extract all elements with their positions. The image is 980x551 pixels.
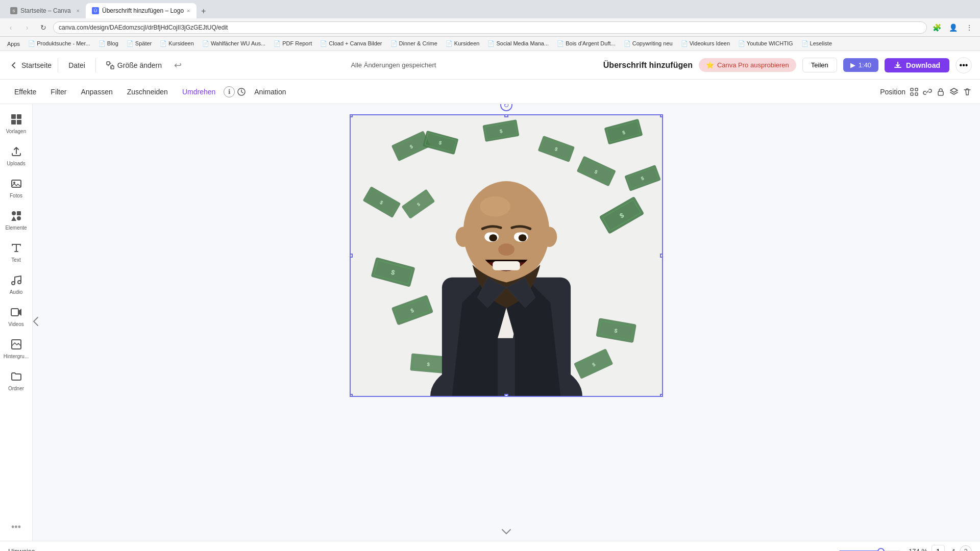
nav-bar: ‹ › ↻ canva.com/design/DAEdomzscjl/drBfj… (0, 18, 980, 37)
sidebar-item-videos[interactable]: Videos (2, 301, 31, 331)
info-button[interactable]: ℹ (224, 86, 235, 97)
profile-button[interactable]: 👤 (946, 21, 960, 34)
canva-pro-button[interactable]: ⭐ Canva Pro ausprobieren (699, 58, 796, 72)
download-button[interactable]: Download (885, 58, 949, 72)
bookmark-copy[interactable]: 📄 Copywriting neu (621, 39, 676, 48)
more-options-button[interactable]: ••• (955, 57, 972, 73)
bookmark-cload[interactable]: 📄 Cload + Canva Bilder (317, 39, 385, 48)
zuschneiden-button[interactable]: Zuschneiden (121, 85, 174, 99)
handle-bottom-right[interactable] (660, 394, 663, 397)
rotate-icon: ↻ (503, 104, 509, 109)
bookmark-kursideen2[interactable]: 📄 Kursideen (443, 39, 483, 48)
svg-point-79 (519, 234, 527, 241)
sidebar-item-fotos[interactable]: Fotos (2, 172, 31, 203)
handle-bottom-left[interactable] (350, 394, 353, 397)
undo-button[interactable]: ↩ (172, 58, 184, 73)
sidebar-item-uploads-label: Uploads (7, 161, 26, 166)
share-button[interactable]: Teilen (802, 58, 837, 72)
sidebar-item-uploads[interactable]: Uploads (2, 140, 31, 170)
resize-button[interactable]: Größe ändern (102, 59, 166, 71)
handle-top-right[interactable] (660, 114, 663, 117)
sidebar-item-vorlagen[interactable]: Vorlagen (2, 108, 31, 138)
bookmark-wahlfaecher[interactable]: 📄 Wahlfächer WU Aus... (199, 39, 268, 48)
bookmark-blog[interactable]: 📄 Blog (95, 39, 121, 48)
effekte-button[interactable]: Effekte (8, 85, 42, 99)
bookmark-videokurs[interactable]: 📄 Videokurs Ideen (678, 39, 733, 48)
svg-rect-0 (107, 62, 110, 65)
bookmark-dinner[interactable]: 📄 Dinner & Crime (387, 39, 440, 48)
sidebar-item-audio[interactable]: Audio (2, 269, 31, 299)
sidebar-item-text[interactable]: Text (2, 237, 31, 267)
refresh-button[interactable]: ↻ (37, 21, 50, 34)
canvas-frame[interactable]: $ $ $ (350, 114, 663, 397)
bookmark-apps[interactable]: Apps (4, 40, 23, 48)
svg-point-14 (12, 211, 16, 215)
rotate-handle[interactable]: ↻ (500, 104, 512, 111)
download-label: Download (906, 61, 940, 69)
svg-rect-81 (493, 261, 520, 270)
svg-point-18 (12, 282, 15, 285)
download-icon (894, 61, 902, 69)
svg-marker-16 (11, 216, 16, 221)
handle-top-middle[interactable] (504, 114, 508, 117)
sidebar-more-button[interactable]: ••• (7, 518, 25, 537)
bookmark-pdf[interactable]: 📄 PDF Report (271, 39, 315, 48)
svg-rect-20 (11, 309, 18, 316)
play-button[interactable]: ▶ 1:40 (843, 58, 878, 72)
canvas-wrapper: ↻ (350, 114, 663, 397)
address-text: canva.com/design/DAEdomzscjl/drBfjHdCojI… (59, 24, 228, 31)
sidebar-item-ordner[interactable]: Ordner (2, 365, 31, 395)
handle-bottom-middle[interactable] (504, 394, 508, 397)
file-menu-button[interactable]: Datei (64, 59, 89, 71)
svg-rect-15 (17, 211, 21, 215)
umdrehen-button[interactable]: Umdrehen (176, 85, 222, 99)
svg-rect-11 (17, 120, 21, 124)
new-tab-button[interactable]: + (197, 4, 211, 18)
help-button[interactable]: ? (960, 545, 972, 552)
position-button[interactable]: Position (880, 88, 905, 96)
bookmark-produktsuche[interactable]: 📄 Produktsuche - Mer... (25, 39, 93, 48)
bookmark-social[interactable]: 📄 Social Media Mana... (484, 39, 552, 48)
tab-1-close[interactable]: × (77, 8, 80, 14)
filter-button[interactable]: Filter (44, 85, 72, 99)
tab-2[interactable]: Ü Überschrift hinzufügen – Logo × (86, 3, 197, 18)
svg-rect-8 (11, 114, 16, 119)
lock-icon (936, 87, 945, 96)
forward-button[interactable]: › (20, 21, 34, 34)
sidebar-item-videos-label: Videos (8, 321, 23, 327)
sidebar-item-hintergrund[interactable]: Hintergru... (2, 333, 31, 363)
browser-menu-button[interactable]: ⋮ (963, 21, 976, 34)
resize-label: Größe ändern (117, 61, 162, 69)
animation-button[interactable]: Animation (248, 85, 292, 99)
text-icon (9, 241, 23, 255)
extensions-button[interactable]: 🧩 (930, 21, 943, 34)
back-button[interactable]: ‹ (4, 21, 17, 34)
anpassen-button[interactable]: Anpassen (75, 85, 118, 99)
tab-1[interactable]: S Startseite – Canva × (4, 3, 86, 18)
scroll-left-indicator[interactable] (33, 316, 39, 329)
back-to-home-button[interactable]: Startseite (8, 60, 52, 70)
play-icon: ▶ (850, 61, 855, 69)
handle-top-left[interactable] (350, 114, 353, 117)
trash-icon (963, 87, 972, 96)
sidebar-item-elemente[interactable]: Elemente (2, 205, 31, 235)
zoom-page-button[interactable]: 1 (932, 545, 945, 552)
bookmark-youtube[interactable]: 📄 Youtube WICHTIG (735, 39, 796, 48)
zoom-slider-thumb[interactable] (877, 548, 885, 552)
folder-icon (9, 369, 23, 384)
tab-2-close[interactable]: × (187, 8, 190, 14)
bookmark-spaeter[interactable]: 📄 Später (124, 39, 155, 48)
handle-middle-left[interactable] (350, 254, 353, 258)
address-bar[interactable]: canva.com/design/DAEdomzscjl/drBfjHdCojI… (53, 21, 927, 34)
sidebar-item-fotos-label: Fotos (10, 193, 22, 198)
handle-middle-right[interactable] (660, 254, 663, 258)
fullscreen-button[interactable]: ⤢ (949, 546, 955, 551)
canvas-area[interactable]: ↻ (33, 104, 980, 541)
bookmark-kursideen[interactable]: 📄 Kursideen (157, 39, 197, 48)
tab-bar: S Startseite – Canva × Ü Überschrift hin… (0, 0, 980, 18)
bookmark-bois[interactable]: 📄 Bois d'Argent Duft... (554, 39, 619, 48)
toolbar: Effekte Filter Anpassen Zuschneiden Umdr… (0, 80, 980, 104)
scroll-down-indicator[interactable] (501, 528, 511, 537)
tab-2-label: Überschrift hinzufügen – Logo (102, 7, 184, 14)
bookmark-leseliste[interactable]: 📄 Leseliste (798, 39, 835, 48)
